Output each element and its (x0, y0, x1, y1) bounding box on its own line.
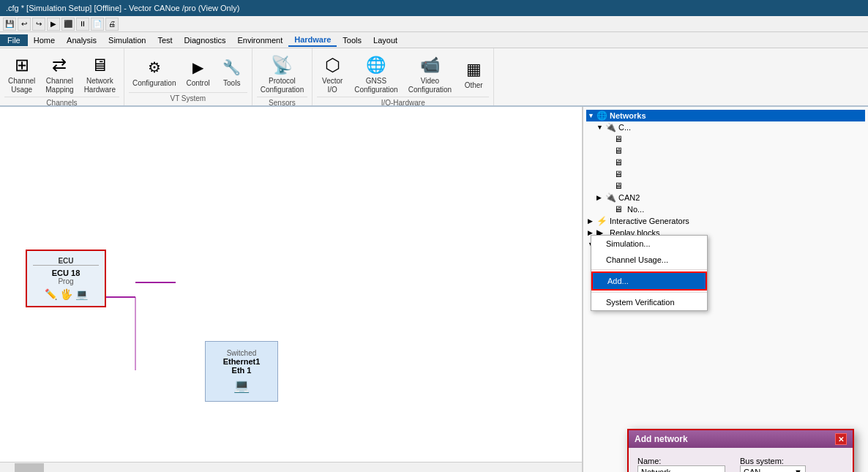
ribbon-tools[interactable]: 🔧 Tools (217, 53, 247, 90)
dialog-titlebar: Add network ✕ (629, 430, 853, 448)
network-node[interactable]: Switched Ethernet1 Eth 1 💻 (205, 341, 278, 402)
toolbar-btn-7[interactable]: 📄 (91, 18, 104, 31)
dialog-bus-section: Bus system: CAN ▼ CAN LIN MOST (740, 457, 806, 472)
tree-networks-label: Networks (610, 111, 646, 120)
ribbon-other[interactable]: ▦ Other (458, 56, 489, 92)
can2-tree-icon: 🔌 (605, 192, 617, 203)
network-hardware-label: NetworkHardware (84, 77, 116, 94)
ecu-node[interactable]: ECU ECU 18 Prog ✏️ 🖐 💻 (26, 250, 106, 307)
tree-can2-label: CAN2 (618, 193, 640, 202)
protocol-config-icon: 📡 (270, 53, 293, 77)
bus-selected-value: CAN (744, 468, 760, 472)
context-menu-simulation[interactable]: Simulation... (591, 236, 707, 252)
vector-io-label: VectorI/O (322, 77, 343, 94)
expand-can-icon: ▼ (596, 124, 605, 131)
tree-item-can-sub5[interactable]: 🖥 (604, 180, 865, 192)
ribbon-configuration[interactable]: ⚙ Configuration (129, 53, 179, 90)
menu-tools[interactable]: Tools (337, 34, 367, 46)
control-icon: ▶ (187, 56, 210, 79)
dialog-bus-dropdown-container: CAN ▼ CAN LIN MOST FlexRay J1708 Eth (740, 465, 806, 472)
dialog-title: Add network (635, 434, 688, 444)
tree-item-can-sub1[interactable]: 🖥 (604, 133, 865, 145)
titlebar: .cfg * [Simulation Setup] [Offline] - Ve… (0, 0, 868, 16)
menu-file[interactable]: File (0, 34, 28, 46)
control-label: Control (186, 79, 209, 88)
ribbon-control[interactable]: ▶ Control (182, 53, 213, 90)
expand-networks-icon: ▼ (588, 112, 596, 119)
ecu-type: Prog (33, 277, 99, 285)
dialog-close-button[interactable]: ✕ (835, 433, 847, 445)
context-menu: Simulation... Channel Usage... Add... Sy… (591, 235, 708, 311)
dialog-bus-dropdown[interactable]: CAN ▼ (740, 465, 806, 472)
canvas-scrollbar[interactable] (0, 462, 582, 472)
dialog-body: Name: Bus system: CAN ▼ CAN (629, 448, 853, 472)
protocol-config-label: ProtocolConfiguration (261, 77, 304, 94)
channel-mapping-label: ChannelMapping (45, 77, 73, 94)
context-menu-channel-usage[interactable]: Channel Usage... (591, 252, 707, 268)
gnss-label: GNSSConfiguration (354, 77, 397, 94)
context-menu-system-verification[interactable]: System Verification (591, 294, 707, 310)
tree-item-can2-sub1[interactable]: 🖥No... (604, 203, 865, 215)
net-type: Switched (213, 349, 270, 357)
toolbar-btn-4[interactable]: ▶ (47, 18, 60, 31)
titlebar-text: .cfg * [Simulation Setup] [Offline] - Ve… (6, 4, 239, 12)
net-name: Ethernet1 (213, 357, 270, 366)
ecu-chip-icon: 💻 (75, 288, 88, 300)
ribbon-video-config[interactable]: 📹 VideoConfiguration (405, 51, 455, 97)
tree-ig-label: Interactive Generators (610, 217, 689, 225)
vector-io-icon: ⬡ (321, 53, 344, 77)
toolbar-btn-5[interactable]: ⬛ (61, 18, 75, 31)
video-icon: 📹 (418, 53, 441, 77)
ecu-hand-icon: 🖐 (60, 288, 72, 300)
configuration-label: Configuration (132, 79, 176, 88)
video-label: VideoConfiguration (408, 77, 452, 94)
tree-item-can2[interactable]: ▶ 🔌 CAN2 (595, 192, 865, 203)
ribbon-vector-io[interactable]: ⬡ VectorI/O (317, 51, 348, 97)
ecu-title: ECU (33, 257, 99, 266)
tree-item-interactive-gen[interactable]: ▶ ⚡ Interactive Generators (586, 215, 865, 227)
menu-home[interactable]: Home (28, 34, 61, 46)
ribbon-network-hardware[interactable]: 🖥 NetworkHardware (81, 51, 119, 97)
menu-hardware[interactable]: Hardware (288, 34, 337, 47)
ribbon-group-channels: ⊞ ChannelUsage ⇄ ChannelMapping 🖥 Networ… (0, 48, 124, 105)
bus-dropdown-arrow: ▼ (794, 468, 802, 472)
toolbar-btn-1[interactable]: 💾 (3, 18, 16, 31)
vtsystem-group-label: VT System (129, 92, 247, 102)
toolbar-btn-2[interactable]: ↩ (18, 18, 31, 31)
net-icon: 💻 (213, 378, 270, 394)
tree-item-can-sub3[interactable]: 🖥 (604, 157, 865, 168)
toolbar-btn-6[interactable]: ⏸ (76, 18, 89, 31)
gnss-icon: 🌐 (364, 53, 388, 77)
dialog-name-input[interactable] (637, 465, 725, 472)
toolbar-btn-3[interactable]: ↪ (32, 18, 45, 31)
ribbon-protocol-config[interactable]: 📡 ProtocolConfiguration (257, 51, 307, 97)
menu-environment[interactable]: Environment (231, 34, 288, 46)
tree-item-networks[interactable]: ▼ 🌐 Networks (586, 110, 865, 121)
add-network-dialog: Add network ✕ Name: Bus system: CAN ▼ (627, 429, 854, 472)
context-menu-separator2 (591, 292, 707, 293)
network-hardware-icon: 🖥 (88, 53, 111, 77)
tree-item-can-sub2[interactable]: 🖥 (604, 145, 865, 157)
menu-diagnostics[interactable]: Diagnostics (179, 34, 232, 46)
context-menu-add[interactable]: Add... (591, 271, 707, 291)
tree-can-label: C... (618, 123, 631, 132)
menu-analysis[interactable]: Analysis (61, 34, 102, 46)
simulation-canvas[interactable]: ECU ECU 18 Prog ✏️ 🖐 💻 Switched Ethernet… (0, 107, 583, 472)
context-menu-separator (591, 269, 707, 270)
menu-test[interactable]: Test (151, 34, 178, 46)
ribbon-gnss-config[interactable]: 🌐 GNSSConfiguration (351, 51, 401, 97)
ecu-edit-icon: ✏️ (45, 288, 57, 300)
tree-item-can-sub4[interactable]: 🖥 (604, 168, 865, 180)
ecu-name: ECU 18 (33, 269, 99, 277)
menu-simulation[interactable]: Simulation (102, 34, 151, 46)
ribbon-channel-mapping[interactable]: ⇄ ChannelMapping (42, 51, 77, 97)
configuration-icon: ⚙ (143, 56, 166, 79)
ribbon-hardware-tab: ⊞ ChannelUsage ⇄ ChannelMapping 🖥 Networ… (0, 48, 868, 105)
ribbon-channel-usage[interactable]: ⊞ ChannelUsage (4, 51, 39, 97)
expand-can2-icon: ▶ (596, 194, 605, 201)
dialog-name-label: Name: (637, 457, 681, 465)
toolbar-btn-8[interactable]: 🖨 (105, 18, 119, 31)
menu-layout[interactable]: Layout (367, 34, 403, 46)
tree-item-can[interactable]: ▼ 🔌 C... (595, 121, 865, 133)
network-tree-icon: 🌐 (596, 110, 608, 121)
